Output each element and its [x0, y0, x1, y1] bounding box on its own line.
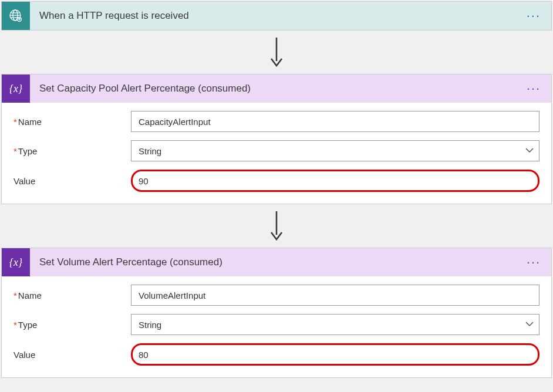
step2-body: Name Type String Value [2, 276, 551, 377]
more-menu-icon[interactable]: ··· [521, 256, 547, 269]
more-menu-icon[interactable]: ··· [521, 9, 547, 22]
variable-icon: {x} [2, 75, 30, 103]
step2-header[interactable]: {x} Set Volume Alert Percentage (consume… [2, 248, 551, 276]
type-value: String [139, 320, 161, 330]
name-input[interactable] [131, 111, 539, 132]
value-label: Value [14, 176, 131, 186]
type-value: String [139, 146, 161, 156]
step-set-volume-alert[interactable]: {x} Set Volume Alert Percentage (consume… [1, 248, 552, 378]
type-label: Type [14, 146, 131, 156]
name-label: Name [14, 117, 131, 127]
step1-body: Name Type String Value [2, 103, 551, 204]
type-label: Type [14, 320, 131, 330]
step2-title: Set Volume Alert Percentage (consumed) [30, 256, 521, 268]
http-globe-icon [2, 2, 30, 30]
variable-icon: {x} [2, 248, 30, 276]
step1-title: Set Capacity Pool Alert Percentage (cons… [30, 83, 521, 94]
flow-arrow [268, 204, 285, 248]
trigger-title: When a HTTP request is received [30, 10, 521, 22]
value-label: Value [14, 350, 131, 360]
flow-arrow [268, 31, 285, 74]
trigger-http-request[interactable]: When a HTTP request is received ··· [1, 1, 552, 31]
more-menu-icon[interactable]: ··· [521, 82, 547, 95]
value-input[interactable] [131, 170, 539, 192]
value-input[interactable] [131, 343, 539, 366]
trigger-header[interactable]: When a HTTP request is received ··· [2, 2, 551, 30]
step-set-capacity-pool-alert[interactable]: {x} Set Capacity Pool Alert Percentage (… [1, 74, 552, 204]
name-label: Name [14, 290, 131, 300]
flow-canvas: When a HTTP request is received ··· {x} … [1, 1, 552, 378]
name-input[interactable] [131, 285, 539, 306]
type-select[interactable]: String [131, 314, 539, 335]
type-select[interactable]: String [131, 140, 539, 161]
step1-header[interactable]: {x} Set Capacity Pool Alert Percentage (… [2, 75, 551, 103]
